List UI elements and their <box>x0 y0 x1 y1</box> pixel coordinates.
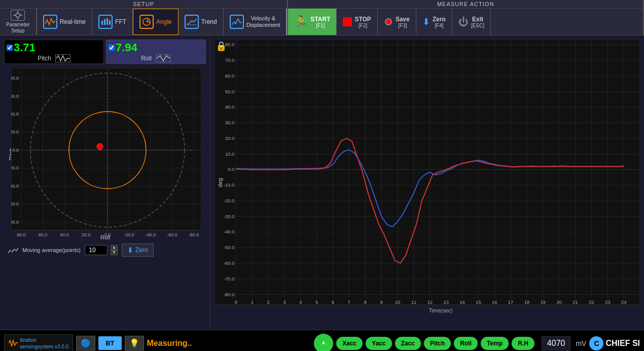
svg-text:40.0: 40.0 <box>11 112 19 117</box>
save-button[interactable]: Save [F3] <box>378 9 416 35</box>
avg-down-button[interactable]: ▼ <box>111 250 118 255</box>
start-button[interactable]: 🏃 START [F1] <box>288 9 337 35</box>
svg-text:22: 22 <box>589 299 594 305</box>
zero-header-button[interactable]: ⬇ Zero [F4] <box>416 9 452 35</box>
svg-text:20: 20 <box>556 299 562 305</box>
svg-text:-40.0: -40.0 <box>224 229 235 235</box>
svg-line-56 <box>12 249 14 252</box>
moving-avg-input[interactable] <box>85 245 108 255</box>
svg-text:16: 16 <box>492 299 497 305</box>
roll-checkbox[interactable] <box>109 45 115 51</box>
svg-text:70.0: 70.0 <box>225 57 235 63</box>
svg-line-58 <box>16 248 18 251</box>
left-panel: 3.71 Pitch 7.94 Roll Pit <box>0 36 210 330</box>
data-point <box>97 144 103 150</box>
zero-ctrl-label: Zero <box>135 247 148 254</box>
logo: C CHIEF SI <box>589 336 640 350</box>
svg-text:3: 3 <box>283 299 285 305</box>
polar-x-label: Roll <box>100 234 110 240</box>
realtime-icon <box>43 15 57 29</box>
svg-text:-80.0: -80.0 <box>11 220 19 225</box>
svg-text:-50.0: -50.0 <box>224 244 235 250</box>
svg-line-55 <box>10 250 12 252</box>
svg-rect-5 <box>101 21 103 25</box>
svg-text:23: 23 <box>605 299 611 305</box>
svg-text:-80.0: -80.0 <box>224 292 235 297</box>
avg-up-button[interactable]: ▲ <box>111 245 118 250</box>
param-label: ParameterSetup <box>6 22 30 34</box>
light-icon-button[interactable]: 💡 <box>125 336 144 350</box>
bt-button[interactable]: BT <box>98 336 121 350</box>
zero-ctrl-icon: ⬇ <box>127 246 133 254</box>
measuring-text: Measuring.. <box>147 339 311 348</box>
status-bar: ibrationsensingsystem v3.0.0 🔵 BT 💡 Meas… <box>0 330 644 351</box>
roll-value: 7.94 <box>116 41 137 54</box>
sensor-zacc-button[interactable]: Zacc <box>395 337 421 350</box>
svg-text:20.0: 20.0 <box>11 129 19 134</box>
value-display: 3.71 Pitch 7.94 Roll <box>4 40 206 64</box>
angle-button[interactable]: Angle <box>133 9 178 35</box>
svg-text:-10.0: -10.0 <box>224 182 235 188</box>
svg-text:-20.0: -20.0 <box>224 198 235 203</box>
pitch-checkbox[interactable] <box>7 45 13 51</box>
sensor-roll-button[interactable]: Roll <box>454 337 478 350</box>
trend-button[interactable]: Trend <box>178 9 224 35</box>
exit-button[interactable]: ⏻ Exit [ESC] <box>452 9 491 35</box>
stop-icon <box>343 17 352 26</box>
trend-label: Trend <box>201 18 217 25</box>
svg-text:10.0: 10.0 <box>225 151 235 157</box>
sensor-btn-cursor[interactable] <box>314 334 333 352</box>
svg-text:13: 13 <box>443 299 449 305</box>
realtime-button[interactable]: Real-time <box>37 9 92 35</box>
chart-y-label: deg <box>217 178 223 187</box>
sensor-temp-button[interactable]: Temp <box>481 337 509 350</box>
svg-text:-30.0: -30.0 <box>224 214 235 219</box>
sensor-xacc-button[interactable]: Xacc <box>336 337 363 350</box>
mv-display: 4070 <box>542 336 571 350</box>
svg-rect-6 <box>104 19 105 25</box>
stop-button[interactable]: STOP [F2] <box>337 9 377 35</box>
sensor-rh-button[interactable]: R.H <box>512 337 534 350</box>
svg-text:40.0: 40.0 <box>60 232 69 237</box>
zero-icon: ⬇ <box>422 16 430 27</box>
time-chart: 80.0 70.0 60.0 50.0 40.0 30.0 20.0 10.0 … <box>214 40 640 326</box>
svg-text:24: 24 <box>621 299 627 305</box>
sensor-pitch-button[interactable]: Pitch <box>424 337 451 350</box>
logo-text: CHIEF SI <box>605 339 640 348</box>
right-panel: 🔒 deg <box>210 36 644 330</box>
start-shortcut: [F1] <box>310 23 330 28</box>
measure-label: MEASURE ACTION <box>288 0 643 9</box>
svg-text:10: 10 <box>395 299 401 305</box>
svg-line-11 <box>147 19 149 22</box>
svg-text:-40.0: -40.0 <box>11 184 19 189</box>
svg-text:-80.0: -80.0 <box>189 232 199 237</box>
main-area: 3.71 Pitch 7.94 Roll Pit <box>0 36 644 330</box>
svg-text:0.0: 0.0 <box>228 167 234 172</box>
svg-text:-60.0: -60.0 <box>11 201 19 206</box>
sensor-yacc-button[interactable]: Yacc <box>366 337 391 350</box>
svg-text:8: 8 <box>364 299 367 305</box>
svg-text:80.0: 80.0 <box>11 76 19 81</box>
svg-text:-60.0: -60.0 <box>167 232 177 237</box>
svg-text:11: 11 <box>411 299 417 305</box>
fft-button[interactable]: FFT <box>92 9 133 35</box>
svg-text:80.0: 80.0 <box>17 232 26 237</box>
velocity-button[interactable]: Velocity &Displacement <box>224 9 288 35</box>
svg-text:19: 19 <box>541 299 546 305</box>
param-icon <box>11 10 25 21</box>
bluetooth-icon-button[interactable]: 🔵 <box>76 336 95 350</box>
polar-chart-container: Pitch <box>4 68 202 240</box>
zero-shortcut: [F4] <box>433 23 446 28</box>
save-shortcut: [F3] <box>396 23 410 28</box>
svg-text:50.0: 50.0 <box>225 89 235 94</box>
moving-avg-label: Moving average(points) <box>22 247 81 253</box>
svg-text:4: 4 <box>299 299 302 305</box>
exit-label: Exit <box>471 16 484 23</box>
svg-text:15: 15 <box>476 299 481 305</box>
svg-text:14: 14 <box>459 299 465 305</box>
svg-rect-7 <box>106 18 108 25</box>
svg-text:-20.0: -20.0 <box>124 232 134 237</box>
zero-control-button[interactable]: ⬇ Zero <box>122 243 154 257</box>
parameter-setup-button[interactable]: ParameterSetup <box>0 9 37 35</box>
svg-line-54 <box>8 250 10 253</box>
